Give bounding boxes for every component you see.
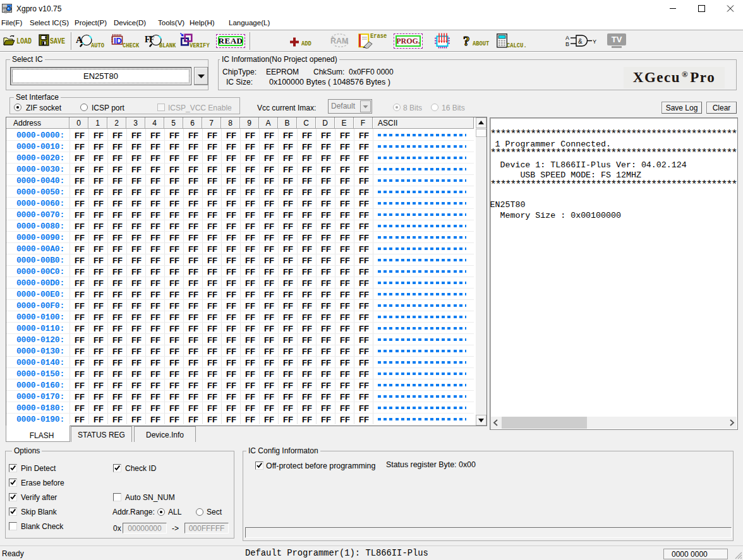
svg-text:A: A — [565, 35, 569, 41]
svg-text:RAM: RAM — [330, 37, 348, 45]
svg-text:Y: Y — [593, 39, 596, 45]
svg-text:&: & — [578, 38, 583, 45]
svg-text:ID: ID — [114, 36, 122, 45]
svg-text:B: B — [565, 41, 569, 47]
svg-text:?: ? — [463, 33, 470, 49]
